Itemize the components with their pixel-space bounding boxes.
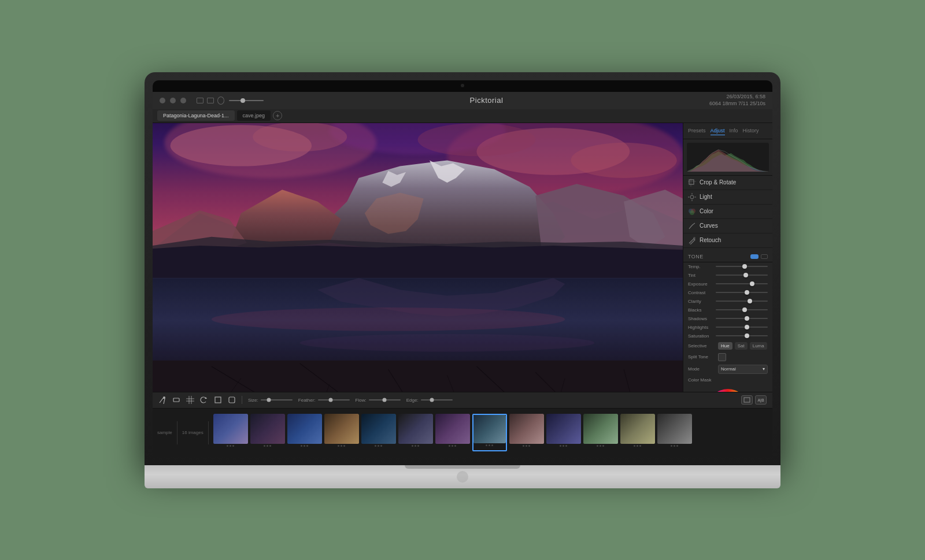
- tab-add-btn[interactable]: +: [273, 111, 282, 120]
- window-max-btn[interactable]: [180, 98, 186, 103]
- edge-label: Edge:: [406, 398, 419, 403]
- right-panel: Presets Adjust Info History: [683, 123, 772, 392]
- slider-contrast-track[interactable]: [716, 292, 768, 293]
- toolbar-icon-2[interactable]: [207, 98, 214, 103]
- sel-hue-btn[interactable]: Hue: [718, 342, 732, 350]
- window-min-btn[interactable]: [170, 98, 176, 103]
- share-icon[interactable]: [217, 97, 224, 105]
- film-thumb-9[interactable]: [509, 414, 544, 451]
- film-thumb-2[interactable]: [250, 414, 285, 451]
- svg-point-49: [163, 396, 165, 399]
- split-tone-label: Split Tone: [688, 354, 716, 359]
- slider-shadows-track[interactable]: [716, 318, 768, 319]
- screen-bezel: Picktorial 26/03/2015, 6:58 6064 18mm 7/…: [153, 80, 772, 457]
- slider-highlights-track[interactable]: [716, 327, 768, 328]
- tab-history[interactable]: History: [743, 127, 759, 135]
- slider-blacks-track[interactable]: [716, 309, 768, 310]
- split-swatch[interactable]: [718, 353, 726, 361]
- film-thumb-6[interactable]: [398, 414, 433, 451]
- title-bar-left: [160, 97, 264, 105]
- rotate-tool-icon[interactable]: [200, 396, 208, 404]
- laptop-body: Picktorial 26/03/2015, 6:58 6064 18mm 7/…: [145, 72, 780, 465]
- mode-label: Mode: [688, 366, 716, 372]
- tone-wave-icon[interactable]: [750, 254, 758, 259]
- brush-tool-icon[interactable]: [158, 396, 166, 404]
- slider-control[interactable]: [229, 100, 264, 101]
- slider-blacks: Blacks: [683, 306, 772, 314]
- svg-rect-37: [689, 180, 694, 184]
- adj-color[interactable]: Color: [683, 205, 772, 219]
- film-thumb-8[interactable]: [472, 414, 507, 451]
- sel-luma-btn[interactable]: Luma: [750, 342, 767, 350]
- film-divider-2: [208, 421, 209, 444]
- size-slider[interactable]: [261, 399, 293, 400]
- film-thumb-4[interactable]: [324, 414, 359, 451]
- edge-param: Edge:: [406, 398, 453, 403]
- edge-slider[interactable]: [421, 399, 453, 400]
- adj-retouch[interactable]: Retouch: [683, 233, 772, 248]
- retouch-icon: [688, 236, 696, 244]
- window-close-btn[interactable]: [160, 98, 165, 103]
- film-thumb-12[interactable]: [620, 414, 655, 451]
- tone-list-icon[interactable]: [761, 254, 768, 259]
- adj-light[interactable]: Light: [683, 190, 772, 205]
- tab-2[interactable]: cave.jpeg: [237, 110, 271, 121]
- slider-tint-track[interactable]: [716, 275, 768, 276]
- mode-row: Mode Normal ▾: [683, 363, 772, 376]
- adj-crop-label: Crop & Rotate: [700, 179, 736, 186]
- film-thumb-3[interactable]: [287, 414, 322, 451]
- svg-rect-57: [229, 397, 235, 403]
- selective-row: Selective Hue Sat Luma: [683, 340, 772, 351]
- tab-adjust[interactable]: Adjust: [711, 127, 725, 135]
- slider-temp: Temp.: [683, 262, 772, 271]
- color-mask-label-row: Color Mask: [683, 376, 772, 384]
- tone-label: Tone: [688, 254, 704, 259]
- svg-point-40: [690, 195, 694, 199]
- film-thumb-13[interactable]: [657, 414, 692, 451]
- mode-select[interactable]: Normal ▾: [718, 365, 768, 374]
- tab-presets[interactable]: Presets: [688, 127, 706, 135]
- grid-tool-icon[interactable]: [186, 396, 194, 404]
- sel-sat-btn[interactable]: Sat: [735, 342, 748, 350]
- photo-svg: [153, 123, 683, 392]
- eraser-tool-icon[interactable]: [172, 396, 180, 404]
- adj-curves-label: Curves: [700, 222, 718, 229]
- tool-separator: [242, 396, 242, 404]
- film-folder-name: sample: [157, 430, 172, 435]
- view-ab-btn[interactable]: A|B: [755, 395, 767, 405]
- tab-bar: Patagonia-Laguna-Dead-1... cave.jpeg +: [153, 109, 772, 123]
- ab-toggle: A|B: [741, 395, 767, 405]
- slider-temp-track[interactable]: [716, 266, 768, 267]
- app-title: Picktorial: [470, 96, 504, 105]
- mode-value: Normal: [721, 366, 736, 372]
- slider-shadows: Shadows: [683, 314, 772, 323]
- view-single-btn[interactable]: [741, 395, 753, 405]
- flow-slider[interactable]: [369, 399, 401, 400]
- slider-saturation-track[interactable]: [716, 335, 768, 336]
- size-param: Size:: [248, 398, 293, 403]
- adj-color-label: Color: [700, 208, 713, 214]
- square2-tool-icon[interactable]: [228, 396, 236, 404]
- laptop-base: [145, 465, 780, 488]
- film-thumb-5[interactable]: [361, 414, 396, 451]
- slider-line: [229, 100, 264, 101]
- svg-rect-56: [215, 397, 221, 403]
- adj-crop-rotate[interactable]: Crop & Rotate: [683, 176, 772, 190]
- slider-saturation-label: Saturation: [688, 333, 716, 339]
- film-thumb-1[interactable]: [213, 414, 248, 451]
- feather-slider[interactable]: [318, 399, 350, 400]
- film-thumb-10[interactable]: [546, 414, 581, 451]
- square-tool-icon[interactable]: [214, 396, 222, 404]
- film-thumb-11[interactable]: [583, 414, 618, 451]
- film-thumb-7[interactable]: [435, 414, 470, 451]
- adj-curves[interactable]: Curves: [683, 219, 772, 233]
- tab-info[interactable]: Info: [730, 127, 738, 135]
- toolbar-icon-1[interactable]: [197, 98, 204, 103]
- slider-clarity-track[interactable]: [716, 301, 768, 302]
- tone-header: Tone: [683, 251, 772, 262]
- crop-icon: [688, 179, 696, 187]
- toolbar-icons: [197, 97, 224, 105]
- slider-exposure-track[interactable]: [716, 283, 768, 284]
- camera-dot: [461, 84, 464, 87]
- tab-1[interactable]: Patagonia-Laguna-Dead-1...: [157, 110, 235, 121]
